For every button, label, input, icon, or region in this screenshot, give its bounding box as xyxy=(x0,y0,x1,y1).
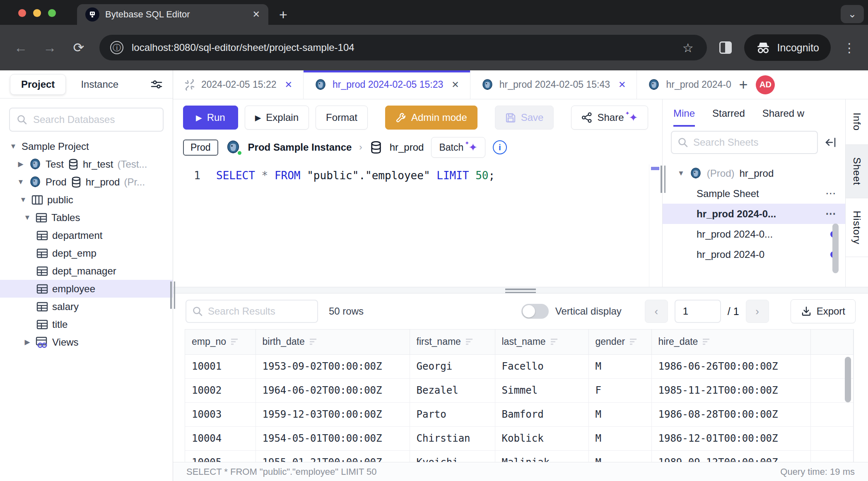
close-sheet-tab-icon[interactable]: ✕ xyxy=(285,79,292,90)
sort-icon[interactable] xyxy=(310,339,316,345)
search-databases-input[interactable]: Search Databases xyxy=(9,108,164,132)
tab-history[interactable]: History xyxy=(846,198,868,257)
save-button[interactable]: Save xyxy=(495,106,554,130)
sheet-item-selected[interactable]: hr_prod 2024-0... ⋯ xyxy=(663,204,845,224)
admin-mode-button[interactable]: Admin mode xyxy=(385,106,477,130)
tree-item-prod-db[interactable]: ▼ Prod hr_prod (Pr... xyxy=(0,173,173,191)
table-scrollbar-thumb[interactable] xyxy=(845,357,851,402)
tree-item-tables-group[interactable]: ▼ Tables xyxy=(0,209,173,226)
tree-item-table-employee[interactable]: employee xyxy=(0,280,173,298)
run-button[interactable]: ▶ Run xyxy=(183,106,238,130)
database-name[interactable]: hr_prod xyxy=(390,142,424,153)
sheet-item-unsaved-1[interactable]: hr_prod 2024-0... xyxy=(663,224,845,244)
collapse-panel-icon[interactable] xyxy=(825,136,837,149)
browser-tab[interactable]: Bytebase SQL Editor ✕ xyxy=(77,4,268,25)
batch-button[interactable]: Batch ✦ xyxy=(431,137,485,158)
site-info-icon[interactable]: ⓘ xyxy=(110,41,123,54)
col-header-emp-no[interactable]: emp_no xyxy=(185,329,256,354)
page-input[interactable]: 1 xyxy=(675,300,721,323)
tab-project[interactable]: Project xyxy=(10,74,66,95)
sheet-item-sample[interactable]: Sample Sheet ⋯ xyxy=(663,183,845,204)
close-sheet-tab-icon[interactable]: ✕ xyxy=(618,79,626,90)
minimize-window-button[interactable] xyxy=(33,9,41,17)
more-actions-icon[interactable]: ⋯ xyxy=(825,187,837,200)
window-controls[interactable] xyxy=(18,9,56,17)
tab-starred[interactable]: Starred xyxy=(712,108,745,127)
tree-item-table-dept-manager[interactable]: dept_manager xyxy=(0,262,173,280)
col-header-birth-date[interactable]: birth_date xyxy=(256,329,410,354)
reload-icon[interactable]: ⟳ xyxy=(70,40,87,55)
editor-scrollbar-thumb[interactable] xyxy=(651,167,659,170)
col-header-last-name[interactable]: last_name xyxy=(495,329,588,354)
table-row[interactable]: 100021964-06-02T00:00:00ZBezalelSimmelF1… xyxy=(185,378,854,402)
tree-item-project[interactable]: ▼ Sample Project xyxy=(0,137,173,155)
col-header-first-name[interactable]: first_name xyxy=(410,329,495,354)
sheet-tab-unsaved[interactable]: 2024-02-05 15:22 ✕ xyxy=(173,70,304,99)
tab-search-chevron-icon[interactable]: ⌄ xyxy=(841,5,864,23)
instance-name[interactable]: Prod Sample Instance xyxy=(248,142,352,153)
caret-down-icon[interactable]: ▼ xyxy=(19,196,27,204)
sort-icon[interactable] xyxy=(703,339,709,345)
bookmark-star-icon[interactable]: ☆ xyxy=(682,41,694,55)
table-row[interactable]: 100041954-05-01T00:00:00ZChirstianKoblic… xyxy=(185,426,854,450)
table-row[interactable]: 100051955-01-21T00:00:00ZKyoichiMaliniak… xyxy=(185,450,854,462)
zoom-window-button[interactable] xyxy=(48,9,56,17)
close-tab-icon[interactable]: ✕ xyxy=(253,9,260,20)
sidebar-resize-handle[interactable] xyxy=(170,281,175,309)
share-button[interactable]: Share ✦ xyxy=(571,106,648,130)
caret-down-icon[interactable]: ▼ xyxy=(678,169,685,178)
sheet-list-scrollbar-thumb[interactable] xyxy=(832,224,839,273)
tab-info[interactable]: Info xyxy=(846,99,868,145)
export-button[interactable]: Export xyxy=(791,299,856,323)
tree-item-table-dept-emp[interactable]: dept_emp xyxy=(0,244,173,262)
col-header-gender[interactable]: gender xyxy=(588,329,651,354)
filter-settings-icon[interactable] xyxy=(150,79,163,90)
sheet-group-row[interactable]: ▼ (Prod) hr_prod xyxy=(663,163,845,183)
sheet-tab-active[interactable]: hr_prod 2024-02-05 15:23 ✕ xyxy=(304,70,470,99)
user-avatar[interactable]: AD xyxy=(756,75,775,94)
next-page-button[interactable]: › xyxy=(746,300,769,323)
vertical-display-toggle[interactable] xyxy=(521,304,549,319)
format-button[interactable]: Format xyxy=(316,106,368,130)
new-tab-button[interactable]: + xyxy=(279,7,287,22)
caret-down-icon[interactable]: ▼ xyxy=(9,142,17,151)
url-text[interactable]: localhost:8080/sql-editor/sheet/project-… xyxy=(132,42,674,53)
search-results-input[interactable]: Search Results xyxy=(186,300,318,323)
sort-icon[interactable] xyxy=(630,339,637,345)
table-row[interactable]: 100011953-09-02T00:00:00ZGeorgiFacelloM1… xyxy=(185,354,854,378)
tree-item-test-db[interactable]: ▶ Test hr_test (Test... xyxy=(0,155,173,173)
back-icon[interactable]: ← xyxy=(12,40,29,55)
address-bar[interactable]: ⓘ localhost:8080/sql-editor/sheet/projec… xyxy=(99,35,707,60)
tree-item-table-salary[interactable]: salary xyxy=(0,298,173,315)
caret-down-icon[interactable]: ▼ xyxy=(23,214,31,222)
tree-item-views-group[interactable]: ▶ Views xyxy=(0,333,173,351)
more-actions-icon[interactable]: ⋯ xyxy=(825,207,837,220)
tree-item-table-title[interactable]: title xyxy=(0,315,173,333)
tab-mine[interactable]: Mine xyxy=(673,108,695,127)
sort-icon[interactable] xyxy=(551,339,557,345)
environment-chip[interactable]: Prod xyxy=(183,139,218,156)
search-sheets-input[interactable]: Search Sheets xyxy=(671,131,818,154)
caret-down-icon[interactable]: ▼ xyxy=(17,178,25,186)
browser-menu-icon[interactable]: ⋮ xyxy=(843,41,856,55)
caret-right-icon[interactable]: ▶ xyxy=(23,338,31,346)
explain-button[interactable]: ▶ Explain xyxy=(245,106,309,130)
tree-item-table-department[interactable]: department xyxy=(0,226,173,244)
tab-shared[interactable]: Shared w xyxy=(762,108,804,127)
table-row[interactable]: 100031959-12-03T00:00:00ZPartoBamfordM19… xyxy=(185,402,854,426)
close-window-button[interactable] xyxy=(18,9,26,17)
forward-icon[interactable]: → xyxy=(41,40,58,55)
info-icon[interactable]: i xyxy=(493,140,507,154)
sheet-item-unsaved-2[interactable]: hr_prod 2024-0 xyxy=(663,244,845,265)
results-resize-divider[interactable] xyxy=(173,287,868,293)
sql-editor[interactable]: 1 SELECT * FROM "public"."employee" LIMI… xyxy=(173,164,662,287)
sheet-tab-1543[interactable]: hr_prod 2024-02-05 15:43 ✕ xyxy=(470,70,637,99)
tab-sheet[interactable]: Sheet xyxy=(846,145,868,198)
prev-page-button[interactable]: ‹ xyxy=(645,300,668,323)
sort-icon[interactable] xyxy=(466,339,473,345)
close-sheet-tab-icon[interactable]: ✕ xyxy=(451,79,459,90)
side-panel-icon[interactable] xyxy=(719,41,732,54)
col-header-hire-date[interactable]: hire_date xyxy=(651,329,810,354)
caret-right-icon[interactable]: ▶ xyxy=(17,160,25,168)
tree-item-schema-public[interactable]: ▼ public xyxy=(0,191,173,209)
